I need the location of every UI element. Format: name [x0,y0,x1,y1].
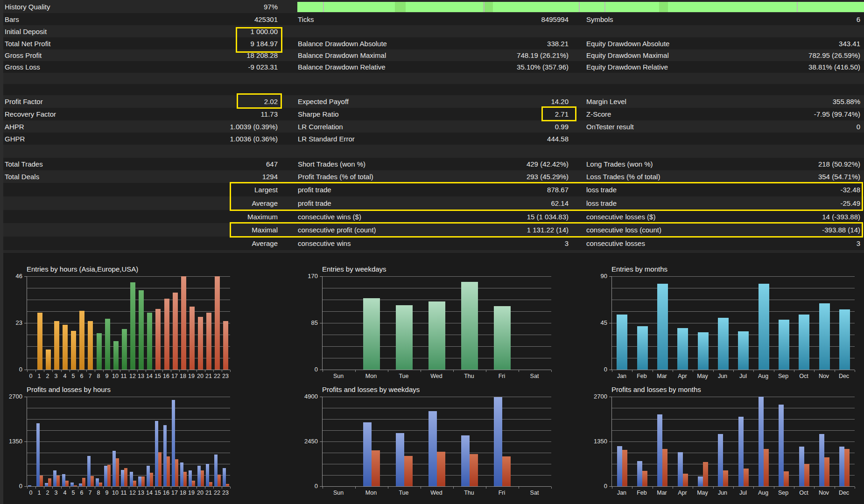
bar-loss-12 [133,481,136,486]
y-axis-tick [609,323,611,323]
stat-label: GHPR [5,133,25,145]
bar-22 [215,276,220,370]
axis-tick [355,487,356,489]
chart-plot-area [611,276,855,370]
stat-label: AHPR [5,120,24,133]
gridline [612,441,855,442]
axis-tick [95,370,95,372]
highlight-box [230,222,863,238]
stat-value: 14 (-393.88) [822,210,860,223]
stat-value: 38.81% (416.50) [808,61,860,73]
bar-6 [79,311,84,370]
bar-loss-May [703,462,708,486]
bar-Mon [363,298,380,370]
y-axis-tick [320,441,322,442]
bar-profit-12 [130,472,133,486]
bar-10 [113,341,119,370]
axis-tick [355,370,356,372]
bar-profit-Mar [657,414,662,486]
bar-loss-8 [99,483,102,486]
quality-bar-divider [323,2,324,12]
axis-tick [835,370,835,372]
bar-4 [63,325,68,370]
y-axis-label: 0 [278,366,318,373]
stat-value: 0 [857,120,860,133]
y-axis-tick [24,486,27,487]
stat-label: Recovery Factor [5,108,56,120]
bar-May [698,332,709,370]
axis-tick [120,370,120,372]
bar-14 [147,313,152,370]
y-axis-label: 23 [0,319,22,326]
bar-profit-8 [96,478,99,486]
stat-value: Maximum [247,210,278,223]
stat-label: History Quality [5,0,50,13]
x-axis-label: Tue [390,490,418,496]
x-axis-label: Thu [455,490,483,496]
bar-profit-7 [87,456,91,486]
bar-profit-Wed [428,411,437,486]
bar-loss-19 [192,481,195,486]
y-axis-label: 0 [0,483,22,490]
y-axis-label: 2700 [567,393,607,400]
bar-Feb [637,326,648,370]
strategy-tester-report: History Quality97%Bars425301Ticks8495994… [0,0,864,504]
bar-profit-Oct [799,447,804,486]
bar-7 [88,321,93,370]
axis-tick [137,370,138,372]
gridline [612,358,855,358]
axis-tick [171,487,171,489]
axis-tick [632,370,632,372]
stat-value: 218 (50.92%) [818,158,860,170]
gridline [323,441,551,442]
bar-loss-17 [175,459,178,486]
axis-tick [52,487,53,489]
axis-tick [774,487,774,489]
axis-tick [855,370,855,372]
stat-label: Total Trades [5,158,43,170]
axis-tick [86,370,87,372]
axis-tick [61,487,62,489]
bar-1 [37,313,42,370]
axis-tick [86,487,87,489]
chart-plot-area [27,397,230,487]
bar-loss-Nov [824,457,829,486]
bar-loss-Jun [723,470,728,486]
bar-profit-Fri [494,397,502,486]
x-axis-label: Sun [324,373,352,379]
axis-tick [421,487,421,489]
y-axis-tick [24,397,27,397]
axis-tick [112,370,112,372]
table-row: Averageconsecutive wins3consecutive loss… [0,237,864,250]
bar-loss-Dec [844,449,850,486]
y-axis-tick [24,441,27,442]
axis-tick [453,487,454,489]
gridline [27,430,230,431]
bar-loss-Thu [470,454,478,486]
bar-profit-Jun [718,434,723,486]
y-axis-tick [320,397,322,397]
bar-profit-Thu [461,435,470,486]
axis-tick [794,370,794,372]
bar-Apr [677,328,688,370]
y-axis-tick [320,486,322,487]
axis-tick [146,487,146,489]
stat-label: LR Standard Error [298,133,355,145]
stat-label: Loss Trades (% of total) [586,170,660,183]
stat-label: Equity Drawdown Relative [586,61,668,73]
x-axis-label: Mon [357,373,385,379]
bar-profit-1 [36,423,40,486]
axis-tick [486,370,486,372]
bar-loss-7 [91,476,94,486]
stat-value: -9 023.31 [248,61,278,73]
axis-tick [44,370,44,372]
gridline [612,430,855,431]
bar-profit-May [698,476,703,486]
axis-tick [774,370,774,372]
bar-loss-9 [107,465,111,486]
table-row: Recovery Factor11.73Sharpe Ratio2.71Z-Sc… [0,108,864,120]
axis-tick [612,370,612,372]
stat-value: 647 [266,158,278,170]
axis-tick [188,487,188,489]
bar-2 [46,350,51,370]
